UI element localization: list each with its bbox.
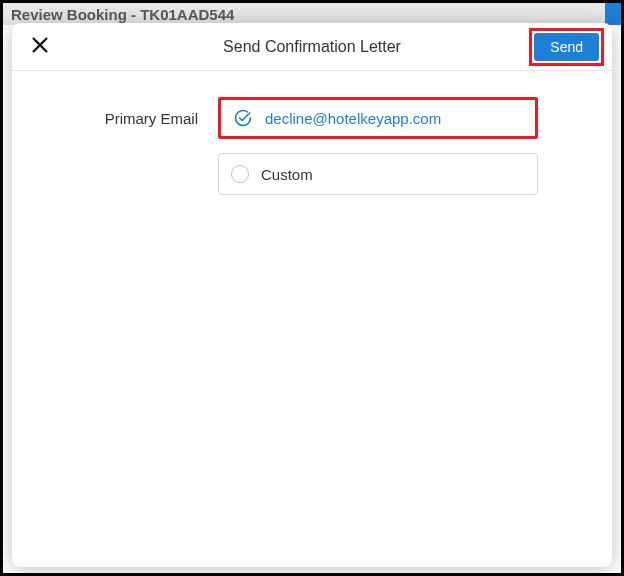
primary-email-row: Primary Email decline@hotelkeyapp.com bbox=[30, 97, 594, 139]
custom-option[interactable]: Custom bbox=[218, 153, 538, 195]
primary-email-option[interactable]: decline@hotelkeyapp.com bbox=[218, 97, 538, 139]
custom-row: Custom bbox=[30, 153, 594, 195]
background-title-text: Review Booking - TK01AAD544 bbox=[11, 6, 234, 23]
custom-option-label: Custom bbox=[261, 166, 313, 183]
modal-body: Primary Email decline@hotelkeyapp.com bbox=[12, 71, 612, 221]
send-button[interactable]: Send bbox=[534, 33, 599, 61]
background-page-title: Review Booking - TK01AAD544 bbox=[3, 3, 621, 25]
primary-email-value: decline@hotelkeyapp.com bbox=[265, 110, 441, 127]
modal-header: Send Confirmation Letter Send bbox=[12, 23, 612, 71]
close-button[interactable] bbox=[26, 33, 54, 61]
send-confirmation-modal: Send Confirmation Letter Send Primary Em… bbox=[12, 23, 612, 567]
corner-indicator bbox=[605, 3, 621, 25]
check-circle-icon bbox=[233, 108, 253, 128]
primary-email-label: Primary Email bbox=[30, 110, 218, 127]
send-button-highlight: Send bbox=[529, 28, 604, 66]
modal-title: Send Confirmation Letter bbox=[223, 38, 401, 56]
close-icon bbox=[31, 36, 49, 58]
radio-unchecked-icon bbox=[231, 165, 249, 183]
